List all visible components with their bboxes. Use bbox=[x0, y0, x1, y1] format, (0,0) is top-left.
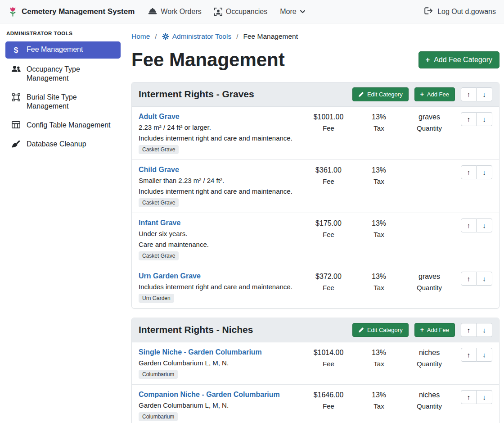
move-fee-down-button[interactable]: ↓ bbox=[477, 218, 492, 232]
people-icon bbox=[11, 65, 21, 73]
fee-quantity-label: Quantity bbox=[404, 402, 454, 410]
fee-tax-value: 13% bbox=[357, 113, 400, 122]
fee-tax: 13% Tax bbox=[357, 165, 400, 186]
fee-tax: 13% Tax bbox=[357, 390, 400, 410]
fee-tax-value: 13% bbox=[357, 166, 400, 175]
fee-amount-label: Fee bbox=[303, 360, 354, 368]
fee-amount-label: Fee bbox=[303, 124, 354, 132]
fee-name-link[interactable]: Single Niche - Garden Columbarium bbox=[139, 348, 262, 357]
fee-quantity-value: graves bbox=[404, 272, 454, 281]
fee-description: Includes interment right and care and ma… bbox=[139, 134, 300, 142]
pencil-icon bbox=[358, 327, 364, 333]
fee-row: Urn Garden Grave Includes interment righ… bbox=[132, 266, 499, 308]
sidebar-heading: Administrator Tools bbox=[0, 31, 126, 36]
breadcrumb-admin-tools-link[interactable]: Administrator Tools bbox=[172, 32, 232, 41]
fee-description: Includes interment right and care and ma… bbox=[139, 282, 300, 291]
fee-reorder-controls: ↑ ↓ bbox=[461, 390, 492, 404]
fee-tax-label: Tax bbox=[357, 284, 400, 292]
fee-tax-label: Tax bbox=[357, 231, 400, 239]
fee-description: 2.23 m² / 24 ft² or larger. bbox=[139, 123, 300, 132]
logout-icon bbox=[424, 7, 433, 16]
fee-type-badge: Casket Grave bbox=[139, 198, 179, 207]
sidebar-item-fee-management[interactable]: $ Fee Management bbox=[5, 41, 121, 59]
move-category-down-button[interactable]: ↓ bbox=[477, 323, 492, 337]
move-fee-down-button[interactable]: ↓ bbox=[477, 165, 492, 179]
category-header: Interment Rights - Niches Edit Category … bbox=[132, 318, 499, 342]
app-brand: Cemetery Management System bbox=[8, 6, 135, 17]
gear-icon bbox=[162, 33, 169, 40]
move-category-up-button[interactable]: ↑ bbox=[461, 323, 477, 337]
fee-quantity: graves Quantity bbox=[404, 272, 454, 292]
move-fee-down-button[interactable]: ↓ bbox=[477, 272, 492, 286]
move-fee-up-button[interactable]: ↑ bbox=[461, 348, 477, 362]
edit-category-button[interactable]: Edit Category bbox=[352, 323, 409, 337]
breadcrumb-separator: / bbox=[155, 32, 157, 41]
sidebar-item-burial-site-type-management[interactable]: Burial Site Type Management bbox=[5, 89, 121, 114]
fee-row: Single Niche - Garden Columbarium Garden… bbox=[132, 342, 499, 385]
move-fee-up-button[interactable]: ↑ bbox=[461, 390, 477, 404]
sidebar-item-label: Occupancy Type Management bbox=[27, 65, 115, 83]
fee-name-link[interactable]: Urn Garden Grave bbox=[139, 272, 201, 281]
admin-sidebar: Administrator Tools $ Fee Management Occ… bbox=[0, 23, 126, 423]
fee-reorder-controls: ↑ ↓ bbox=[461, 112, 492, 126]
fee-row: Companion Niche - Garden Columbarium Gar… bbox=[132, 385, 499, 423]
breadcrumb-separator: / bbox=[236, 32, 238, 41]
nav-work-orders[interactable]: Work Orders bbox=[148, 8, 201, 16]
fee-category-card-niches: Interment Rights - Niches Edit Category … bbox=[131, 318, 500, 423]
logout-link[interactable]: Log Out d.gowans bbox=[424, 7, 496, 16]
fee-type-badge: Urn Garden bbox=[139, 294, 174, 303]
fee-amount: $175.00 Fee bbox=[303, 218, 354, 239]
fee-amount: $1001.00 Fee bbox=[303, 112, 354, 132]
fee-description: Smaller than 2.23 m² / 24 ft². bbox=[139, 176, 300, 185]
fee-amount-value: $1014.00 bbox=[303, 348, 354, 357]
move-fee-down-button[interactable]: ↓ bbox=[477, 348, 492, 362]
fee-tax-value: 13% bbox=[357, 219, 400, 228]
fee-tax-value: 13% bbox=[357, 272, 400, 281]
fee-row: Adult Grave 2.23 m² / 24 ft² or larger. … bbox=[132, 107, 499, 160]
category-reorder-controls: ↑ ↓ bbox=[461, 87, 492, 101]
sidebar-item-occupancy-type-management[interactable]: Occupancy Type Management bbox=[5, 61, 121, 86]
move-fee-up-button[interactable]: ↑ bbox=[461, 218, 477, 232]
category-reorder-controls: ↑ ↓ bbox=[461, 323, 492, 337]
fee-info: Infant Grave Under six years. Care and m… bbox=[139, 218, 300, 260]
fee-type-badge: Casket Grave bbox=[139, 251, 179, 260]
move-fee-down-button[interactable]: ↓ bbox=[477, 112, 492, 126]
nav-more[interactable]: More bbox=[280, 8, 305, 16]
fee-category-card-graves: Interment Rights - Graves Edit Category … bbox=[131, 82, 500, 309]
move-fee-up-button[interactable]: ↑ bbox=[461, 112, 477, 126]
table-icon bbox=[11, 121, 21, 128]
fee-quantity-label: Quantity bbox=[404, 124, 454, 132]
fee-name-link[interactable]: Companion Niche - Garden Columbarium bbox=[139, 390, 280, 399]
move-fee-up-button[interactable]: ↑ bbox=[461, 272, 477, 286]
fee-amount: $1646.00 Fee bbox=[303, 390, 354, 410]
breadcrumb-home-link[interactable]: Home bbox=[131, 32, 150, 41]
move-fee-up-button[interactable]: ↑ bbox=[461, 165, 477, 179]
add-fee-button[interactable]: + Add Fee bbox=[414, 87, 455, 101]
fee-name-link[interactable]: Child Grave bbox=[139, 165, 179, 174]
plus-icon: + bbox=[420, 91, 424, 97]
move-fee-down-button[interactable]: ↓ bbox=[477, 390, 492, 404]
fee-description: Garden Columbarium L, M, N. bbox=[139, 359, 300, 367]
move-category-up-button[interactable]: ↑ bbox=[461, 87, 477, 101]
fee-name-link[interactable]: Infant Grave bbox=[139, 218, 180, 227]
move-category-down-button[interactable]: ↓ bbox=[477, 87, 492, 101]
fee-name-link[interactable]: Adult Grave bbox=[139, 112, 180, 121]
top-navbar: Cemetery Management System Work Orders O… bbox=[0, 0, 504, 23]
category-title: Interment Rights - Graves bbox=[139, 89, 254, 100]
nav-occupancies[interactable]: Occupancies bbox=[214, 8, 268, 16]
fee-tax: 13% Tax bbox=[357, 112, 400, 132]
edit-category-button[interactable]: Edit Category bbox=[352, 87, 409, 101]
sidebar-item-database-cleanup[interactable]: Database Cleanup bbox=[5, 136, 121, 152]
category-title: Interment Rights - Niches bbox=[139, 324, 253, 335]
add-fee-button[interactable]: + Add Fee bbox=[414, 323, 455, 337]
sidebar-item-config-table-management[interactable]: Config Table Management bbox=[5, 117, 121, 133]
fee-tax-value: 13% bbox=[357, 348, 400, 357]
plus-icon: + bbox=[426, 56, 430, 64]
fee-quantity: graves Quantity bbox=[404, 112, 454, 132]
add-fee-category-button[interactable]: + Add Fee Category bbox=[418, 51, 500, 68]
fee-description: Care and maintenance. bbox=[139, 240, 300, 249]
fee-amount-value: $372.00 bbox=[303, 272, 354, 281]
nav-label: More bbox=[280, 8, 296, 16]
fee-amount-label: Fee bbox=[303, 231, 354, 239]
fee-amount-label: Fee bbox=[303, 177, 354, 186]
